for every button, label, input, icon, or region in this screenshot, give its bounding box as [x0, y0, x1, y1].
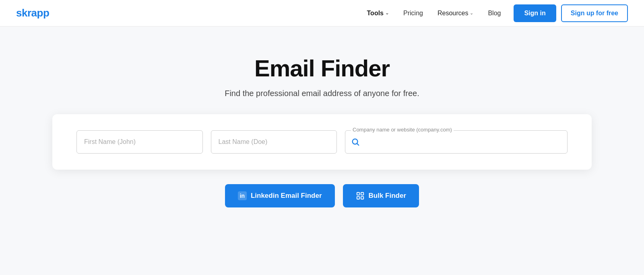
linkedin-email-finder-button[interactable]: in Linkedin Email Finder	[225, 184, 335, 207]
svg-rect-3	[361, 193, 363, 195]
navbar: skrapp Tools ⌄ Pricing Resources ⌄ Blog …	[0, 0, 644, 27]
main-content: Email Finder Find the professional email…	[0, 27, 644, 207]
hero-subtitle: Find the professional email address of a…	[225, 89, 419, 98]
bulk-icon	[356, 191, 365, 200]
svg-rect-2	[357, 193, 359, 195]
svg-line-1	[357, 144, 359, 145]
page-title: Email Finder	[254, 55, 390, 82]
company-input-wrapper: Company name or website (company.com)	[345, 130, 568, 154]
last-name-input[interactable]	[211, 130, 337, 154]
navbar-actions: Sign in Sign up for free	[514, 4, 628, 22]
nav-item-tools[interactable]: Tools ⌄	[367, 10, 389, 17]
nav-item-pricing[interactable]: Pricing	[403, 10, 423, 17]
nav-item-blog[interactable]: Blog	[488, 10, 501, 17]
first-name-input[interactable]	[76, 130, 203, 154]
signup-button[interactable]: Sign up for free	[561, 4, 628, 22]
brand-logo[interactable]: skrapp	[16, 7, 49, 19]
signin-button[interactable]: Sign in	[514, 4, 556, 22]
linkedin-icon: in	[238, 191, 247, 200]
resources-chevron-icon: ⌄	[470, 10, 473, 16]
bulk-finder-button[interactable]: Bulk Finder	[343, 184, 419, 207]
svg-rect-4	[357, 197, 359, 199]
svg-rect-5	[361, 197, 363, 199]
company-float-label: Company name or website (company.com)	[351, 127, 454, 133]
search-card: Company name or website (company.com)	[52, 114, 592, 170]
action-buttons: in Linkedin Email Finder Bulk Finder	[225, 184, 419, 207]
nav-menu: Tools ⌄ Pricing Resources ⌄ Blog	[367, 10, 501, 17]
tools-chevron-icon: ⌄	[385, 10, 389, 16]
company-input[interactable]	[345, 131, 567, 153]
search-icon	[351, 138, 360, 146]
nav-item-resources[interactable]: Resources ⌄	[438, 10, 473, 17]
